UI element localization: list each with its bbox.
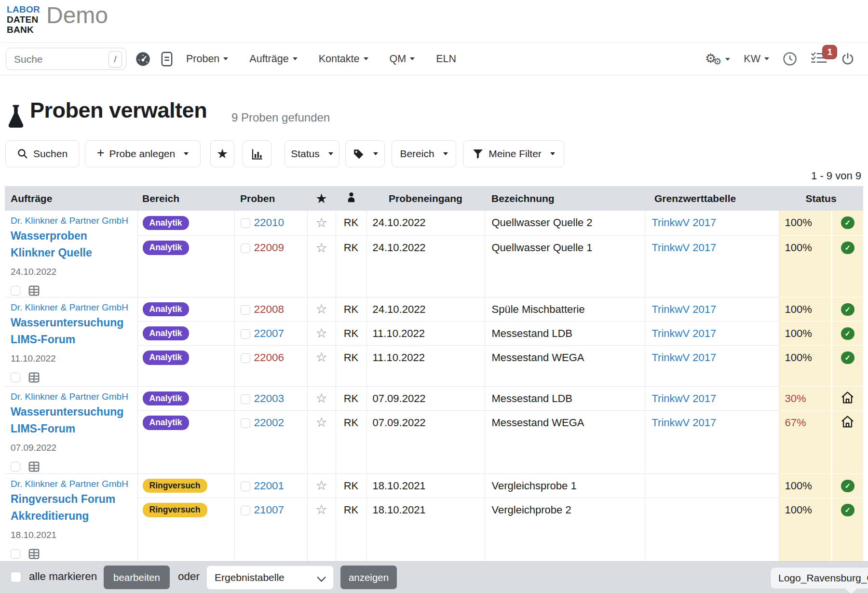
favorite-star-icon[interactable]: ☆ [315, 502, 327, 517]
result-range: 1 - 9 von 9 [811, 170, 861, 182]
probe-anlegen-button[interactable]: + Probe anlegen [85, 140, 201, 167]
history-clock-icon[interactable] [783, 52, 797, 66]
labordatenbank-logo[interactable]: LABOR DATEN BANK [7, 4, 40, 35]
sample-number-link[interactable]: 22009 [254, 242, 285, 254]
favorite-star-icon[interactable]: ☆ [315, 415, 327, 430]
grenzwert-link[interactable]: TrinkwV 2017 [652, 303, 717, 315]
favorites-button[interactable]: ★ [210, 140, 234, 167]
sample-number-link[interactable]: 22006 [254, 351, 285, 364]
bereich-filter-button[interactable]: Bereich [392, 140, 456, 167]
sample-number-link[interactable]: 21007 [254, 504, 285, 516]
status-ok-icon: ✓ [841, 242, 854, 254]
grenzwert-link[interactable]: TrinkwV 2017 [652, 392, 717, 404]
nav-menu-kontakte[interactable]: Kontakte [319, 53, 368, 65]
dashboard-gauge-icon[interactable] [136, 43, 150, 75]
document-icon[interactable] [161, 43, 173, 75]
sample-number-link[interactable]: 22001 [254, 480, 285, 492]
order-name-link[interactable]: Wasserproben [11, 228, 134, 244]
favorite-star-icon[interactable]: ☆ [315, 478, 327, 493]
meine-filter-button[interactable]: Meine Filter [463, 140, 564, 167]
logout-power-icon[interactable] [841, 52, 854, 66]
favorite-star-icon[interactable]: ☆ [315, 241, 327, 255]
sample-checkbox[interactable] [241, 394, 250, 404]
nav-menu-proben[interactable]: Proben [186, 53, 228, 65]
bearbeiten-button[interactable]: bearbeiten [104, 566, 170, 589]
status-ok-icon: ✓ [841, 216, 854, 229]
order-name-link[interactable]: Wasseruntersuchung [11, 404, 134, 420]
sample-number-link[interactable]: 22008 [254, 303, 285, 315]
order-name-link[interactable]: Wasseruntersuchung [11, 314, 134, 331]
table-row: Dr. Klinkner & Partner GmbHWasseruntersu… [5, 297, 863, 322]
grenzwert-link[interactable]: TrinkwV 2017 [652, 327, 717, 339]
person-icon [346, 192, 356, 203]
order-name-link[interactable]: Klinkner Quelle [11, 244, 134, 261]
sample-number-link[interactable]: 22007 [254, 327, 285, 339]
order-company-link[interactable]: Dr. Klinkner & Partner GmbH [11, 216, 134, 226]
grenzwert-cell [645, 474, 779, 498]
status-filter-button[interactable]: Status [285, 140, 339, 167]
favorite-star-icon[interactable]: ☆ [315, 350, 327, 364]
select-all-checkbox[interactable] [11, 572, 21, 582]
sample-checkbox[interactable] [241, 353, 250, 363]
task-list-icon[interactable]: 1 [811, 51, 827, 67]
grenzwert-link[interactable]: TrinkwV 2017 [652, 216, 717, 229]
search-input[interactable] [13, 53, 97, 66]
nav-menu-aufträge[interactable]: Aufträge [249, 53, 297, 65]
notification-badge: 1 [822, 45, 837, 59]
bezeichnung-cell: Vergleichsprobe 1 [485, 474, 645, 498]
sample-checkbox[interactable] [241, 218, 250, 228]
favorite-star-icon[interactable]: ☆ [315, 391, 327, 405]
flask-icon [7, 104, 25, 133]
sample-checkbox[interactable] [241, 506, 250, 515]
order-name-link[interactable]: LIMS-Forum [11, 331, 134, 348]
status-icon-cell: ✓ [831, 297, 863, 322]
suchen-label: Suchen [33, 148, 68, 160]
order-name-link[interactable]: LIMS-Forum [11, 420, 134, 437]
tag-filter-button[interactable] [345, 140, 385, 167]
order-name-link[interactable]: Ringversuch Forum [11, 491, 134, 508]
grenzwert-link[interactable]: TrinkwV 2017 [652, 242, 717, 254]
result-table-icon[interactable] [27, 548, 41, 560]
settings-gears-icon[interactable]: ⚙⚙ [705, 52, 730, 66]
favorite-star-icon[interactable]: ☆ [315, 326, 327, 340]
nav-menu-qm[interactable]: QM [390, 53, 415, 65]
order-company-link[interactable]: Dr. Klinkner & Partner GmbH [11, 391, 134, 402]
sample-checkbox[interactable] [241, 243, 250, 253]
result-view-select[interactable]: Ergebnistabelle [206, 566, 334, 590]
bar-chart-icon [251, 148, 264, 161]
sample-checkbox[interactable] [241, 482, 250, 491]
order-checkbox[interactable] [11, 549, 20, 559]
chart-button[interactable] [243, 140, 271, 167]
plus-icon: + [97, 146, 105, 161]
favorite-cell: ☆ [307, 211, 336, 235]
bezeichnung-cell: Spüle Mischbatterie [485, 297, 645, 322]
result-table-icon[interactable] [27, 284, 41, 297]
oder-label: oder [178, 570, 200, 583]
result-table-icon[interactable] [27, 460, 41, 473]
favorite-star-icon[interactable]: ☆ [315, 216, 327, 230]
order-checkbox[interactable] [11, 286, 20, 296]
grenzwert-link[interactable]: TrinkwV 2017 [652, 351, 717, 364]
grenzwert-link[interactable]: TrinkwV 2017 [652, 417, 717, 429]
bezeichnung-cell: Vergleichprobe 2 [485, 498, 645, 522]
sample-checkbox[interactable] [241, 305, 250, 315]
order-checkbox[interactable] [11, 373, 20, 382]
order-company-link[interactable]: Dr. Klinkner & Partner GmbH [11, 479, 134, 489]
sample-number-link[interactable]: 22010 [254, 216, 285, 229]
sample-number-link[interactable]: 22002 [254, 417, 285, 429]
status-home-icon [840, 391, 855, 404]
sample-checkbox[interactable] [241, 418, 250, 428]
suchen-button[interactable]: Suchen [5, 140, 79, 167]
search-icon [17, 148, 28, 160]
order-checkbox[interactable] [11, 462, 20, 472]
status-percent-cell: 67% [779, 411, 831, 435]
anzeigen-button[interactable]: anzeigen [340, 566, 397, 589]
result-table-icon[interactable] [27, 371, 41, 384]
sample-checkbox[interactable] [241, 329, 250, 339]
user-menu[interactable]: KW [744, 53, 769, 65]
nav-menu-eln[interactable]: ELN [436, 53, 456, 65]
favorite-star-icon[interactable]: ☆ [315, 302, 327, 316]
order-name-link[interactable]: Akkreditierung [11, 508, 134, 525]
sample-number-link[interactable]: 22003 [254, 392, 285, 404]
order-company-link[interactable]: Dr. Klinkner & Partner GmbH [11, 302, 134, 313]
